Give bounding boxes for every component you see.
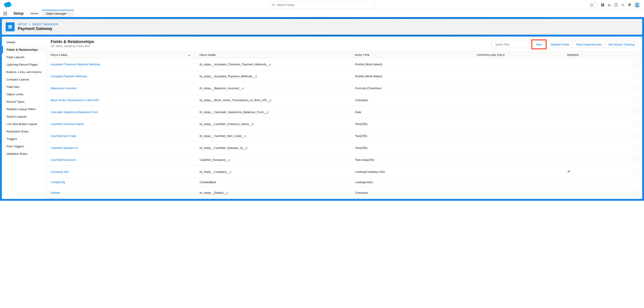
svg-marker-2 [590,4,593,6]
col-data-type[interactable]: DATA TYPE [351,52,473,58]
sidebar-item-object-limits[interactable]: Object Limits [2,91,46,98]
controlling-field-cell [473,142,563,154]
field-name-cell: CashNet_Password__c [196,154,351,166]
sidebar-item-page-layouts[interactable]: Page Layouts [2,53,46,61]
global-actions [589,2,640,8]
sidebar-item-field-sets[interactable]: Field Sets [2,83,46,91]
field-label-link[interactable]: Accepted Payment Methods [46,70,196,82]
sidebar-item-lightning-record-pages[interactable]: Lightning Record Pages [2,61,46,68]
table-row: CashNet Checkout Namebt_stripe__CashNet_… [46,118,642,130]
tab-object-manager[interactable]: Object Manager [42,10,74,17]
sidebar: DetailsFields & RelationshipsPage Layout… [2,37,46,199]
set-history-tracking-button[interactable]: Set History Tracking [605,41,638,48]
app-launcher[interactable] [0,10,10,17]
sidebar-item-restriction-rules[interactable]: Restriction Rules [2,128,46,135]
row-action-menu[interactable] [632,133,639,139]
data-type-cell: Formula (Checkbox) [351,82,473,94]
sidebar-item-validation-rules[interactable]: Validation Rules [2,150,46,158]
row-action-cell [616,166,642,178]
content-region: DetailsFields & RelationshipsPage Layout… [0,37,644,201]
add-icon[interactable] [600,3,605,7]
row-action-menu[interactable] [632,190,639,196]
svg-line-1 [274,5,275,6]
col-field-label[interactable]: FIELD LABEL ▲ [46,52,196,58]
fields-table: FIELD LABEL ▲ FIELD NAME DATA TYPE CONTR… [46,52,642,199]
indexed-cell [563,142,616,154]
salesforce-logo[interactable] [4,2,12,8]
field-label-link[interactable]: Company Info [46,166,196,178]
avatar[interactable] [634,2,640,8]
row-action-menu[interactable] [632,109,639,115]
field-label-link[interactable]: Calculate Salesforce Balances From [46,106,196,118]
indexed-cell [563,178,616,187]
row-action-menu[interactable] [632,169,639,175]
table-row: Created ByCreatedByIdLookup(User) [46,178,642,187]
sidebar-item-fields-relationships[interactable]: Fields & Relationships [2,46,46,53]
salesforce-help-icon[interactable] [607,3,612,7]
row-action-menu[interactable] [632,157,639,163]
deleted-fields-button[interactable]: Deleted Fields [548,41,573,48]
breadcrumb: SETUP > OBJECT MANAGER [18,23,58,26]
global-search-input[interactable] [277,3,372,7]
controlling-field-cell [473,58,563,70]
sidebar-item-compact-layouts[interactable]: Compact Layouts [2,76,46,83]
field-name-cell: bt_stripe__Default__c [196,187,351,199]
row-action-menu[interactable] [632,85,639,91]
sidebar-item-flow-triggers[interactable]: Flow Triggers [2,143,46,150]
tab-home-label: Home [30,12,38,15]
chevron-down-icon [594,3,598,8]
col-field-name[interactable]: FIELD NAME [196,52,351,58]
field-name-cell: bt_stripe__CashNet_Operator_Id__c [196,142,351,154]
col-indexed[interactable]: INDEXED [563,52,616,58]
quick-find[interactable] [492,41,530,48]
row-action-cell [616,94,642,106]
sidebar-item-details[interactable]: Details [2,39,46,46]
new-button[interactable]: New [532,41,545,48]
row-action-menu[interactable] [632,121,639,127]
col-controlling-field[interactable]: CONTROLLING FIELD [473,52,563,58]
sidebar-item-related-lookup-filters[interactable]: Related Lookup Filters [2,105,46,113]
indexed-cell [563,187,616,199]
field-label-link[interactable]: CashNet Checkout Name [46,118,196,130]
row-action-menu[interactable] [632,73,639,79]
field-label-link[interactable]: Balance(s) incorrect [46,82,196,94]
controlling-field-cell [473,106,563,118]
context-nav: Setup Home Object Manager [0,10,644,17]
data-type-cell: Date [351,106,473,118]
field-label-link[interactable]: Default [46,187,196,199]
tab-home[interactable]: Home [26,10,42,17]
field-name-cell: bt_stripe__Company__c [196,166,351,178]
field-label-link[interactable]: Block Amex Transactions In Rest API [46,94,196,106]
field-label-link[interactable]: Accepted Checkout Payment Methods [46,58,196,70]
field-label-link[interactable]: Created By [46,178,196,187]
sidebar-item-triggers[interactable]: Triggers [2,135,46,143]
row-action-cell [616,178,642,187]
chevron-down-icon [68,12,70,15]
row-action-menu[interactable] [632,145,639,151]
field-dependencies-button[interactable]: Field Dependencies [573,41,605,48]
sidebar-item-record-types[interactable]: Record Types [2,98,46,105]
field-label-link[interactable]: CashNet Password [46,154,196,166]
favorites-button[interactable] [589,2,598,8]
row-action-menu[interactable] [632,61,639,67]
sort-up-icon: ▲ [188,54,190,56]
quick-find-input[interactable] [496,43,533,46]
main-title: Fields & Relationships [51,39,94,44]
svg-point-6 [622,4,624,6]
breadcrumb-setup[interactable]: SETUP [18,23,27,26]
page-header-region: SETUP > OBJECT MANAGER Payment Gateway [0,17,644,37]
sidebar-item-buttons-links-and-actions[interactable]: Buttons, Links, and Actions [2,68,46,76]
sidebar-item-search-layouts[interactable]: Search Layouts [2,113,46,120]
breadcrumb-object-manager[interactable]: OBJECT MANAGER [32,23,58,26]
field-label-link[interactable]: CashNet Item Code [46,130,196,142]
row-action-menu[interactable] [632,97,639,103]
gear-icon[interactable] [620,3,625,7]
sidebar-item-list-view-button-layout[interactable]: List View Button Layout [2,120,46,128]
bell-icon[interactable] [627,3,632,7]
controlling-field-cell [473,118,563,130]
field-label-link[interactable]: CashNet Operator Id [46,142,196,154]
help-icon[interactable] [614,3,618,7]
data-type-cell: Picklist (Multi-Select) [351,58,473,70]
indexed-cell [563,118,616,130]
global-search[interactable] [269,1,375,9]
